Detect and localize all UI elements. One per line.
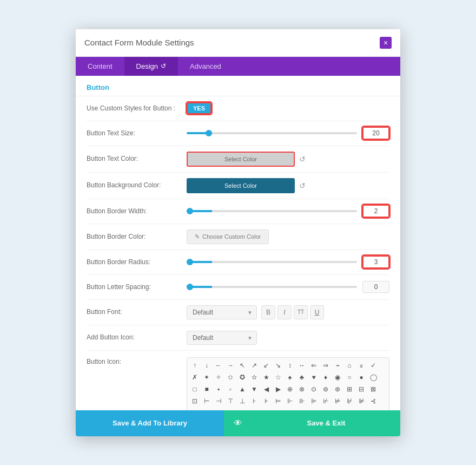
- save-exit-button[interactable]: Save & Exit: [252, 410, 400, 436]
- icon-cell[interactable]: ↑: [189, 360, 200, 371]
- text-color-reset-icon[interactable]: ↺: [299, 155, 306, 163]
- icon-cell[interactable]: ⊥: [237, 396, 248, 407]
- icon-cell[interactable]: ◯: [368, 372, 379, 383]
- icon-cell[interactable]: ⊵: [237, 408, 248, 410]
- icon-cell[interactable]: ⊫: [308, 396, 319, 407]
- icon-cell[interactable]: ◀: [261, 384, 272, 395]
- icon-cell[interactable]: ◉: [332, 372, 343, 383]
- icon-cell[interactable]: ⊬: [320, 396, 331, 407]
- icon-cell[interactable]: ✗: [189, 372, 200, 383]
- icon-cell[interactable]: ⊳: [213, 408, 224, 410]
- icon-cell[interactable]: →: [225, 360, 236, 371]
- icon-cell[interactable]: ⊦: [249, 396, 260, 407]
- icon-cell[interactable]: ⊤: [225, 396, 236, 407]
- eye-button[interactable]: 👁: [224, 410, 252, 436]
- icon-cell[interactable]: ↕: [285, 360, 295, 371]
- icon-cell[interactable]: ▶: [273, 384, 283, 395]
- bg-color-btn[interactable]: Select Color: [187, 178, 295, 193]
- icon-cell[interactable]: ✩: [225, 372, 236, 383]
- icon-cell[interactable]: ↙: [261, 360, 272, 371]
- icon-cell[interactable]: □: [189, 384, 200, 395]
- icon-cell[interactable]: ⊠: [368, 384, 379, 395]
- icon-cell[interactable]: ⊭: [332, 396, 343, 407]
- icon-cell[interactable]: ⊞: [344, 384, 355, 395]
- icon-cell[interactable]: ♠: [285, 372, 295, 383]
- icon-cell[interactable]: ⊶: [249, 408, 260, 410]
- border-radius-slider[interactable]: [187, 261, 357, 263]
- icon-cell[interactable]: ℃: [368, 408, 379, 410]
- text-size-slider[interactable]: [187, 132, 357, 134]
- icon-cell[interactable]: ⊷: [261, 408, 272, 410]
- border-width-input[interactable]: [362, 205, 389, 218]
- icon-cell[interactable]: ⊸: [273, 408, 283, 410]
- icon-cell[interactable]: ○: [344, 372, 355, 383]
- save-library-button[interactable]: Save & Add To Library: [76, 410, 224, 436]
- font-tt-btn[interactable]: TT: [294, 305, 308, 319]
- icon-cell[interactable]: ⊨: [273, 396, 283, 407]
- bg-color-reset-icon[interactable]: ↺: [299, 181, 306, 190]
- icon-cell[interactable]: ✦: [201, 372, 212, 383]
- icon-cell[interactable]: ⊽: [332, 408, 343, 410]
- icon-cell[interactable]: ♣: [296, 372, 307, 383]
- icon-cell[interactable]: ♦: [320, 372, 331, 383]
- icon-cell[interactable]: ●: [356, 372, 367, 383]
- icon-cell[interactable]: ▲: [237, 384, 248, 395]
- icon-cell[interactable]: ⇐: [308, 360, 319, 371]
- border-radius-input[interactable]: [362, 256, 389, 268]
- icon-cell[interactable]: ⊻: [308, 408, 319, 410]
- icon-cell[interactable]: ⊼: [320, 408, 331, 410]
- icon-cell[interactable]: ▪: [213, 384, 224, 395]
- icon-cell[interactable]: ↓: [201, 360, 212, 371]
- close-button[interactable]: ×: [380, 37, 392, 49]
- border-width-slider[interactable]: [187, 210, 357, 212]
- icon-cell[interactable]: ↘: [273, 360, 283, 371]
- icon-cell[interactable]: ⊙: [308, 384, 319, 395]
- icon-cell[interactable]: ⊴: [225, 408, 236, 410]
- icon-cell[interactable]: ↗: [249, 360, 260, 371]
- add-icon-select[interactable]: Default: [187, 331, 257, 345]
- icon-cell[interactable]: ↔: [296, 360, 307, 371]
- icon-cell[interactable]: ⊪: [296, 396, 307, 407]
- font-bold-btn[interactable]: B: [261, 305, 275, 319]
- icon-cell[interactable]: ⊩: [285, 396, 295, 407]
- letter-spacing-slider[interactable]: [187, 286, 357, 288]
- icon-cell[interactable]: ⊗: [296, 384, 307, 395]
- icon-cell[interactable]: ⊺: [296, 408, 307, 410]
- icon-cell[interactable]: ★: [261, 372, 272, 383]
- icon-cell[interactable]: ✪: [237, 372, 248, 383]
- icon-cell[interactable]: ⊛: [332, 384, 343, 395]
- letter-spacing-thumb[interactable]: [187, 284, 193, 290]
- text-size-thumb[interactable]: [206, 130, 212, 136]
- border-radius-thumb[interactable]: [187, 259, 193, 265]
- letter-spacing-input[interactable]: [362, 281, 389, 293]
- icon-cell[interactable]: ⊕: [285, 384, 295, 395]
- icon-cell[interactable]: ⊣: [213, 396, 224, 407]
- icon-cell[interactable]: ⊚: [320, 384, 331, 395]
- border-width-thumb[interactable]: [187, 208, 193, 214]
- icon-cell[interactable]: ♥: [308, 372, 319, 383]
- icon-cell[interactable]: ☆: [273, 372, 283, 383]
- icon-cell[interactable]: ⇒: [320, 360, 331, 371]
- icon-cell[interactable]: ⌂: [344, 360, 355, 371]
- icon-cell[interactable]: ⊢: [201, 396, 212, 407]
- icon-cell[interactable]: ✫: [249, 372, 260, 383]
- icon-cell[interactable]: ⊹: [285, 408, 295, 410]
- tab-design[interactable]: Design ↺: [124, 57, 178, 76]
- icon-cell[interactable]: ✓: [368, 360, 379, 371]
- tab-advanced[interactable]: Advanced: [178, 57, 233, 76]
- font-italic-btn[interactable]: I: [277, 305, 292, 319]
- icon-cell[interactable]: ⊱: [189, 408, 200, 410]
- font-select[interactable]: Default: [187, 305, 257, 319]
- border-color-btn[interactable]: ✎ Choose Custom Color: [187, 230, 269, 244]
- icon-cell[interactable]: ⌅: [356, 360, 367, 371]
- icon-cell[interactable]: ⊡: [189, 396, 200, 407]
- text-color-btn[interactable]: Select Color: [187, 152, 295, 167]
- icon-cell[interactable]: ⊟: [356, 384, 367, 395]
- icon-cell[interactable]: ⊿: [356, 408, 367, 410]
- icon-cell[interactable]: ⌁: [332, 360, 343, 371]
- icon-cell[interactable]: ■: [201, 384, 212, 395]
- custom-styles-toggle[interactable]: YES: [187, 102, 211, 114]
- icon-cell[interactable]: ✧: [213, 372, 224, 383]
- icon-cell[interactable]: ▫: [225, 384, 236, 395]
- tab-content[interactable]: Content: [76, 57, 124, 76]
